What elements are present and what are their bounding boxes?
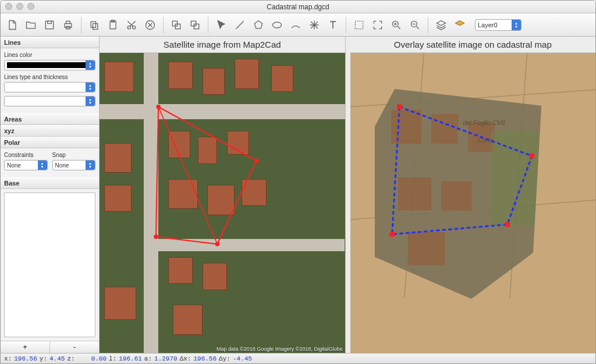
print-button[interactable]	[60, 17, 76, 33]
base-list[interactable]	[4, 192, 95, 337]
add-base-button[interactable]: +	[1, 341, 50, 353]
panel-lines[interactable]: Lines	[1, 37, 99, 48]
satellite-overlay	[375, 89, 542, 299]
status-y: 4.45	[49, 355, 65, 362]
status-a: 1.2970	[154, 355, 178, 362]
pointer-tool[interactable]	[213, 17, 229, 33]
select-arrows-icon: ▲▼	[512, 20, 521, 30]
fit-button[interactable]	[370, 17, 386, 33]
zoom-out-button[interactable]	[407, 17, 423, 33]
delete-button[interactable]	[142, 17, 158, 33]
svg-rect-13	[175, 24, 180, 28]
constraints-select[interactable]: None▲▼	[4, 160, 48, 170]
left-view: Satellite image from Map2Cad	[100, 37, 346, 353]
traffic-lights	[5, 3, 34, 10]
svg-rect-15	[191, 21, 196, 26]
panel-xyz[interactable]: xyz	[1, 125, 99, 137]
status-dx: 196.56	[193, 355, 217, 362]
remove-base-button[interactable]: -	[50, 341, 99, 353]
lines-type-select[interactable]: ▲▼	[4, 82, 95, 92]
svg-rect-3	[66, 21, 70, 23]
panel-polar[interactable]: Polar	[1, 137, 99, 148]
status-l1: 0.00	[91, 355, 107, 362]
zoom-extents-button[interactable]	[351, 17, 367, 33]
svg-rect-17	[355, 21, 363, 28]
layers-button[interactable]	[433, 17, 449, 33]
zoom-in-button[interactable]	[388, 17, 405, 33]
lines-color-label: Lines color	[4, 52, 95, 58]
status-x: 196.56	[14, 355, 37, 362]
right-canvas[interactable]: del Foglio CVII Corte	[350, 53, 596, 353]
svg-rect-1	[48, 21, 52, 23]
line-tool[interactable]	[232, 17, 248, 33]
close-window[interactable]	[5, 3, 12, 10]
status-dx-label: Δx:	[180, 355, 191, 362]
layer-select-value: Layer0	[478, 22, 498, 28]
front-button[interactable]	[168, 17, 185, 33]
arc-tool[interactable]	[288, 17, 304, 33]
constraints-label: Constraints	[4, 152, 48, 158]
svg-rect-6	[93, 23, 98, 29]
status-z-label: z:	[67, 355, 74, 362]
lines-type-label: Lines type and thickness	[4, 74, 95, 80]
layers-manage-button[interactable]	[452, 17, 468, 33]
ellipse-tool[interactable]	[269, 17, 285, 33]
status-l-label: l:	[109, 355, 116, 362]
back-button[interactable]	[187, 17, 203, 33]
status-x-label: x:	[4, 355, 12, 362]
status-y-label: y:	[40, 355, 47, 362]
save-button[interactable]	[41, 17, 58, 33]
svg-rect-2	[65, 23, 72, 27]
polygon-tool[interactable]	[250, 17, 267, 33]
status-bar: x: 196.56 y: 4.45 z: 0.00 l: 196.61 a: 1…	[1, 353, 595, 363]
open-file-button[interactable]	[23, 17, 39, 33]
minimize-window[interactable]	[16, 3, 23, 10]
snap-select[interactable]: None▲▼	[52, 160, 96, 170]
status-dy-label: Δy:	[219, 355, 230, 362]
new-file-button[interactable]	[4, 17, 20, 33]
cut-button[interactable]	[123, 17, 140, 33]
window-titlebar: Cadastral map.dgcd	[1, 1, 595, 13]
color-swatch	[7, 62, 93, 68]
snap-label: Snap	[52, 152, 96, 158]
status-dy: -4.45	[233, 355, 252, 362]
right-view-header: Overlay satellite image on cadastral map	[350, 37, 596, 53]
parchment-text-2: Corte	[478, 137, 494, 144]
layer-select[interactable]: Layer0 ▲▼	[475, 19, 522, 31]
svg-rect-14	[194, 24, 198, 28]
paste-button[interactable]	[105, 17, 121, 33]
text-tool[interactable]	[325, 17, 341, 33]
parchment-text-1: del Foglio CVII	[463, 119, 505, 126]
map-attribution: Map data ©2018 Google Imagery ©2018, Dig…	[217, 346, 342, 352]
lines-color-select[interactable]: ▲▼	[4, 60, 95, 70]
document-title: Cadastral map.dgcd	[267, 3, 329, 11]
svg-point-16	[273, 22, 282, 28]
left-view-header: Satellite image from Map2Cad	[100, 37, 345, 53]
svg-rect-0	[45, 21, 53, 28]
status-a-label: a:	[144, 355, 152, 362]
lines-thickness-select[interactable]: ▲▼	[4, 96, 95, 106]
point-tool[interactable]	[306, 17, 322, 33]
left-canvas[interactable]: Map data ©2018 Google Imagery ©2018, Dig…	[100, 53, 345, 353]
zoom-window[interactable]	[27, 3, 34, 10]
sidebar: Lines Lines color ▲▼ Lines type and thic…	[1, 37, 100, 353]
right-view: Overlay satellite image on cadastral map	[350, 37, 596, 353]
svg-rect-5	[91, 22, 95, 27]
panel-areas[interactable]: Areas	[1, 113, 99, 125]
base-buttons: + -	[1, 341, 99, 353]
panel-base[interactable]: Base	[1, 177, 99, 189]
main-toolbar: Layer0 ▲▼	[1, 13, 595, 37]
svg-rect-12	[172, 21, 177, 26]
status-l2: 196.61	[119, 355, 142, 362]
copy-button[interactable]	[86, 17, 102, 33]
